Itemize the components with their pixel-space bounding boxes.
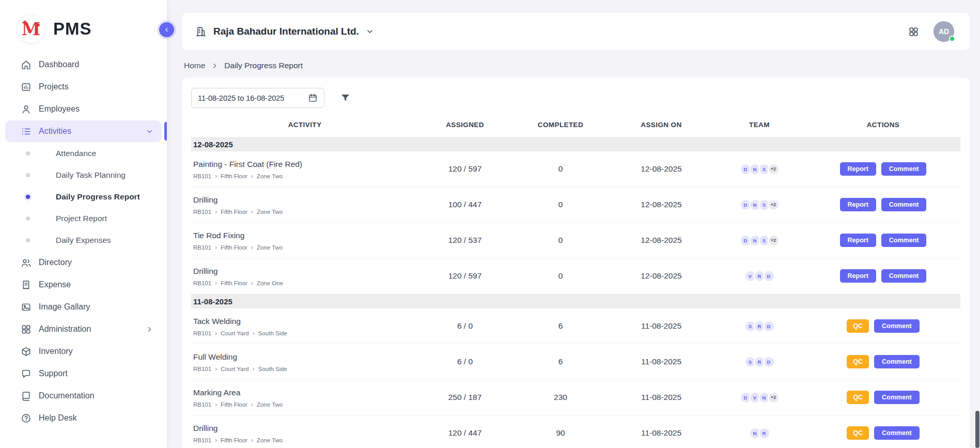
sidebar-item-activities[interactable]: Activities [5, 120, 162, 142]
user-avatar[interactable]: AD [934, 21, 954, 42]
sidebar-subitem-label: Daily Progress Report [56, 192, 140, 202]
activity-row: DrillingRB101›Fifth Floor›Zone One120 / … [191, 258, 960, 294]
activity-row: Full WeldingRB101›Court Yard›South Side6… [191, 344, 960, 380]
breadcrumb-home-link[interactable]: Home [184, 61, 205, 70]
sidebar-item-attendance[interactable]: Attendance [0, 143, 167, 164]
activity-name: Drilling [193, 424, 416, 433]
sidebar-item-dashboard[interactable]: Dashboard [5, 54, 162, 75]
date-range-input[interactable]: 11-08-2025 to 16-08-2025 [191, 88, 324, 108]
comment-button[interactable]: Comment [874, 426, 920, 440]
sidebar-item-expense[interactable]: Expense [5, 274, 162, 296]
completed-cell: 0 [511, 271, 610, 281]
comment-button[interactable]: Comment [881, 198, 927, 212]
assign-on-cell: 11-08-2025 [610, 357, 713, 366]
sidebar-item-administration[interactable]: Administration [5, 318, 162, 340]
comment-button[interactable]: Comment [881, 269, 927, 283]
table-body: 12-08-2025Painting - First Coat (Fire Re… [191, 137, 960, 448]
logo-mark-icon: M [17, 14, 45, 43]
apps-grid-icon[interactable] [908, 26, 919, 37]
activity-cell: Tie Rod FixingRB101›Fifth Floor›Zone Two [191, 225, 418, 255]
comment-button[interactable]: Comment [874, 391, 920, 405]
assigned-cell: 120 / 597 [418, 164, 511, 174]
building-icon [195, 26, 207, 37]
activity-cell: Marking AreaRB101›Fifth Floor›Zone Two [191, 382, 418, 412]
bullet-dot-icon [26, 173, 30, 177]
sidebar-item-label: Dashboard [39, 60, 79, 69]
bullet-dot-icon [26, 217, 30, 221]
sidebar-item-documentation[interactable]: Documentation [5, 385, 162, 407]
actions-cell: QCComment [806, 391, 960, 405]
completed-cell: 90 [511, 428, 610, 438]
sidebar-item-label: Documentation [39, 391, 95, 400]
qc-button[interactable]: QC [847, 355, 869, 369]
support-icon [21, 368, 32, 379]
qc-button[interactable]: QC [847, 426, 869, 440]
qc-button[interactable]: QC [847, 319, 869, 333]
activity-name: Drilling [193, 195, 416, 205]
column-header-actions: ACTIONS [806, 121, 960, 129]
expense-icon [21, 280, 32, 290]
sidebar-item-projects[interactable]: Projects [5, 76, 162, 98]
qc-button[interactable]: QC [847, 391, 869, 405]
activity-cell: Tack WeldingRB101›Court Yard›South Side [191, 311, 418, 341]
activity-name: Marking Area [193, 388, 416, 397]
team-extra-count: +2 [768, 392, 780, 404]
filter-funnel-icon[interactable] [340, 92, 351, 103]
location-segment: Zone Two [257, 437, 283, 443]
column-header-completed: COMPLETED [511, 121, 610, 129]
team-cell: SRD [713, 356, 806, 368]
sidebar-item-directory[interactable]: Directory [5, 252, 162, 273]
team-avatar: D [763, 320, 775, 332]
team-cell: VRD [713, 270, 806, 282]
assigned-cell: 250 / 187 [418, 393, 511, 402]
chevron-down-icon [366, 27, 374, 36]
team-extra-count: +2 [768, 199, 780, 211]
sidebar-item-employees[interactable]: Employees [5, 98, 162, 120]
sidebar-item-daily-task-planning[interactable]: Daily Task Planning [0, 164, 167, 186]
avatar-initials: AD [939, 27, 949, 36]
activity-location-path: RB101›Fifth Floor›Zone Two [193, 209, 416, 215]
assign-on-cell: 11-08-2025 [610, 428, 713, 438]
sidebar-item-daily-progress-report[interactable]: Daily Progress Report [0, 186, 167, 208]
breadcrumb-current: Daily Progress Report [224, 61, 303, 70]
comment-button[interactable]: Comment [881, 162, 927, 176]
location-segment: Zone Two [257, 401, 283, 408]
comment-button[interactable]: Comment [881, 234, 927, 248]
projects-icon [21, 82, 32, 92]
sidebar-item-label: Activities [39, 127, 71, 136]
location-segment: Fifth Floor [221, 244, 247, 251]
activity-cell: DrillingRB101›Fifth Floor›Zone Two [191, 190, 418, 220]
app-title: PMS [53, 19, 92, 39]
report-button[interactable]: Report [840, 269, 876, 283]
assigned-cell: 120 / 537 [418, 236, 511, 245]
sidebar-item-image-gallary[interactable]: Image Gallary [5, 296, 162, 318]
documentation-icon [21, 391, 32, 401]
sidebar-item-help-desk[interactable]: Help Desk [5, 407, 162, 429]
actions-cell: ReportComment [806, 162, 960, 176]
report-button[interactable]: Report [840, 162, 876, 176]
comment-button[interactable]: Comment [874, 355, 920, 369]
sidebar-item-project-report[interactable]: Project Report [0, 208, 167, 229]
sidebar-item-inventory[interactable]: Inventory [5, 341, 162, 362]
location-segment: Fifth Floor [221, 280, 247, 286]
sidebar-subitem-label: Daily Task Planning [56, 171, 126, 180]
activity-cell: DrillingRB101›Fifth Floor›Zone Two [191, 418, 418, 448]
report-button[interactable]: Report [840, 234, 876, 248]
location-segment: Fifth Floor [221, 401, 247, 408]
sidebar-collapse-button[interactable]: ‹ [159, 22, 174, 37]
completed-cell: 6 [511, 357, 610, 366]
chevron-right-icon: › [215, 437, 217, 443]
activity-location-path: RB101›Fifth Floor›Zone Two [193, 244, 416, 251]
completed-cell: 230 [511, 393, 610, 402]
chevron-right-icon: › [215, 209, 217, 215]
vertical-scrollbar[interactable] [975, 411, 979, 448]
sidebar-item-support[interactable]: Support [5, 363, 162, 384]
activity-cell: Painting - First Coat (Fire Red)RB101›Fi… [191, 154, 418, 184]
company-selector[interactable]: Raja Bahadur International Ltd. [195, 26, 374, 37]
comment-button[interactable]: Comment [874, 319, 920, 333]
report-button[interactable]: Report [840, 198, 876, 212]
assign-on-cell: 12-08-2025 [610, 164, 713, 174]
sidebar-item-daily-expenses[interactable]: Daily Expenses [0, 229, 167, 251]
activity-location-path: RB101›Fifth Floor›Zone Two [193, 401, 416, 408]
activity-location-path: RB101›Court Yard›South Side [193, 366, 416, 372]
